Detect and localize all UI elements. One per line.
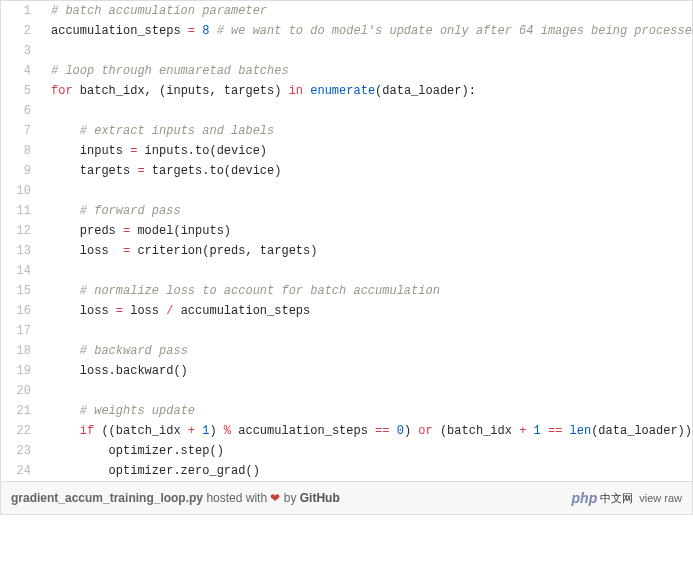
github-link[interactable]: GitHub [300,491,340,505]
line-number: 6 [1,101,41,121]
line-number: 23 [1,441,41,461]
footer-right: php 中文网 view raw [572,490,682,506]
line-number: 15 [1,281,41,301]
code-line: 18 # backward pass [1,341,692,361]
code-line: 6 [1,101,692,121]
code-area: 1# batch accumulation parameter2accumula… [1,1,692,481]
line-number: 3 [1,41,41,61]
code-content: optimizer.step() [41,441,224,461]
code-line: 1# batch accumulation parameter [1,1,692,21]
code-content: # forward pass [41,201,181,221]
code-content: loss.backward() [41,361,188,381]
code-line: 23 optimizer.step() [1,441,692,461]
code-content [41,261,51,281]
code-content: for batch_idx, (inputs, targets) in enum… [41,81,476,101]
filename-link[interactable]: gradient_accum_training_loop.py [11,491,203,505]
code-content: # weights update [41,401,195,421]
code-line: 14 [1,261,692,281]
heart-icon: ❤ [270,491,280,505]
code-content: accumulation_steps = 8 # we want to do m… [41,21,693,41]
by-text: by [280,491,299,505]
line-number: 19 [1,361,41,381]
code-line: 9 targets = targets.to(device) [1,161,692,181]
line-number: 22 [1,421,41,441]
line-number: 24 [1,461,41,481]
line-number: 21 [1,401,41,421]
line-number: 20 [1,381,41,401]
footer-left: gradient_accum_training_loop.py hosted w… [11,491,340,505]
line-number: 13 [1,241,41,261]
code-content [41,41,51,61]
code-content [41,321,51,341]
line-number: 1 [1,1,41,21]
code-line: 4# loop through enumaretad batches [1,61,692,81]
code-content [41,381,51,401]
line-number: 11 [1,201,41,221]
code-line: 20 [1,381,692,401]
line-number: 5 [1,81,41,101]
line-number: 16 [1,301,41,321]
code-content: loss = loss / accumulation_steps [41,301,310,321]
code-content: # loop through enumaretad batches [41,61,289,81]
gist-container: 1# batch accumulation parameter2accumula… [0,0,693,515]
code-line: 16 loss = loss / accumulation_steps [1,301,692,321]
code-content: if ((batch_idx + 1) % accumulation_steps… [41,421,693,441]
code-line: 7 # extract inputs and labels [1,121,692,141]
line-number: 8 [1,141,41,161]
line-number: 7 [1,121,41,141]
logo-cn-text: 中文网 [600,491,633,506]
code-line: 8 inputs = inputs.to(device) [1,141,692,161]
line-number: 10 [1,181,41,201]
logo-php-text: php [572,490,598,506]
code-content: loss = criterion(preds, targets) [41,241,317,261]
code-line: 5for batch_idx, (inputs, targets) in enu… [1,81,692,101]
code-content: targets = targets.to(device) [41,161,281,181]
code-content: optimizer.zero_grad() [41,461,260,481]
code-content: inputs = inputs.to(device) [41,141,267,161]
code-content [41,181,51,201]
code-line: 19 loss.backward() [1,361,692,381]
code-line: 21 # weights update [1,401,692,421]
line-number: 9 [1,161,41,181]
line-number: 17 [1,321,41,341]
code-line: 15 # normalize loss to account for batch… [1,281,692,301]
code-line: 17 [1,321,692,341]
code-line: 10 [1,181,692,201]
line-number: 2 [1,21,41,41]
code-line: 3 [1,41,692,61]
php-logo[interactable]: php 中文网 [572,490,634,506]
code-content: preds = model(inputs) [41,221,231,241]
gist-footer: gradient_accum_training_loop.py hosted w… [1,481,692,514]
code-content: # normalize loss to account for batch ac… [41,281,440,301]
line-number: 4 [1,61,41,81]
code-content [41,101,51,121]
code-content: # backward pass [41,341,188,361]
code-line: 24 optimizer.zero_grad() [1,461,692,481]
line-number: 14 [1,261,41,281]
view-raw-link[interactable]: view raw [639,492,682,504]
code-content: # batch accumulation parameter [41,1,267,21]
code-line: 22 if ((batch_idx + 1) % accumulation_st… [1,421,692,441]
code-line: 11 # forward pass [1,201,692,221]
code-line: 12 preds = model(inputs) [1,221,692,241]
code-line: 13 loss = criterion(preds, targets) [1,241,692,261]
code-content: # extract inputs and labels [41,121,274,141]
code-line: 2accumulation_steps = 8 # we want to do … [1,21,692,41]
hosted-text: hosted with [203,491,270,505]
line-number: 18 [1,341,41,361]
line-number: 12 [1,221,41,241]
